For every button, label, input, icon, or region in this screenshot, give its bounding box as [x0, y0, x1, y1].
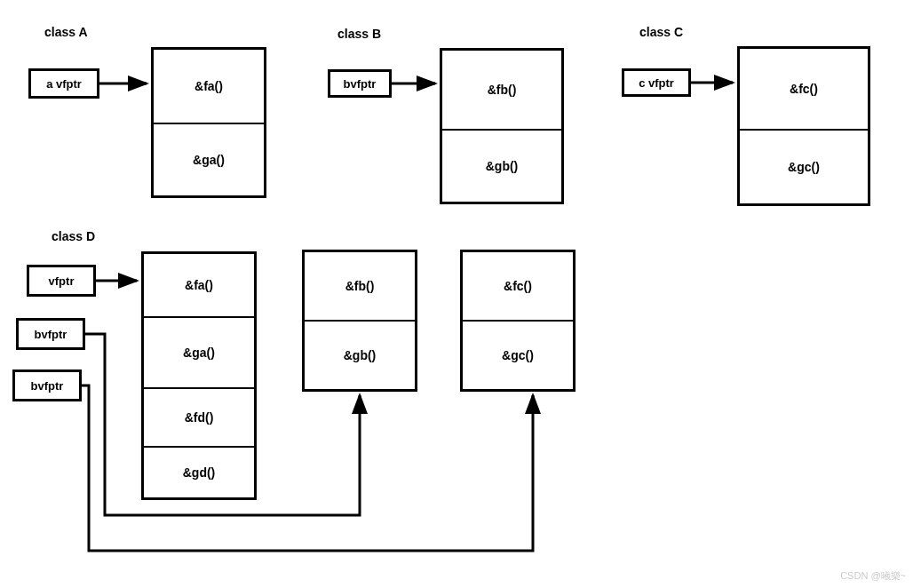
class-a-title: class A: [44, 25, 88, 39]
class-c-ptr-label: c vfptr: [639, 76, 674, 90]
watermark: CSDN @曦樂~: [840, 569, 906, 583]
cell-d1-0: &fa(): [144, 254, 254, 318]
cell-d3-1: &gc(): [463, 322, 573, 389]
class-d-ptr0-box: vfptr: [27, 265, 96, 297]
class-c-vtable: &fc() &gc(): [737, 46, 870, 206]
class-a-ptr-label: a vfptr: [46, 77, 82, 91]
cell-c-0: &fc(): [740, 49, 868, 131]
class-d-ptr2-box: bvfptr: [12, 369, 82, 401]
cell-b-0: &fb(): [442, 51, 561, 131]
class-b-ptr-label: bvfptr: [344, 77, 377, 91]
class-d-ptr2-label: bvfptr: [31, 379, 64, 393]
cell-d3-0: &fc(): [463, 252, 573, 322]
class-d-vtable2: &fb() &gb(): [302, 250, 417, 392]
cell-d1-1: &ga(): [144, 318, 254, 389]
cell-c-1: &gc(): [740, 131, 868, 203]
cell-b-1: &gb(): [442, 131, 561, 202]
cell-d1-3: &gd(): [144, 448, 254, 497]
class-b-title: class B: [337, 27, 381, 41]
class-a-ptr-box: a vfptr: [28, 68, 99, 99]
class-a-vtable: &fa() &ga(): [151, 47, 266, 198]
class-d-title: class D: [52, 229, 95, 243]
class-c-title: class C: [639, 25, 683, 39]
cell-a-0: &fa(): [154, 50, 264, 124]
class-b-ptr-box: bvfptr: [328, 69, 392, 98]
class-d-ptr1-box: bvfptr: [16, 318, 85, 350]
class-b-vtable: &fb() &gb(): [440, 48, 564, 204]
cell-a-1: &ga(): [154, 124, 264, 195]
class-d-vtable1: &fa() &ga() &fd() &gd(): [141, 251, 257, 500]
class-d-ptr0-label: vfptr: [49, 274, 75, 288]
class-d-vtable3: &fc() &gc(): [460, 250, 576, 392]
cell-d2-1: &gb(): [305, 322, 415, 389]
class-d-ptr1-label: bvfptr: [35, 328, 67, 341]
class-c-ptr-box: c vfptr: [622, 68, 691, 97]
cell-d2-0: &fb(): [305, 252, 415, 322]
cell-d1-2: &fd(): [144, 389, 254, 448]
